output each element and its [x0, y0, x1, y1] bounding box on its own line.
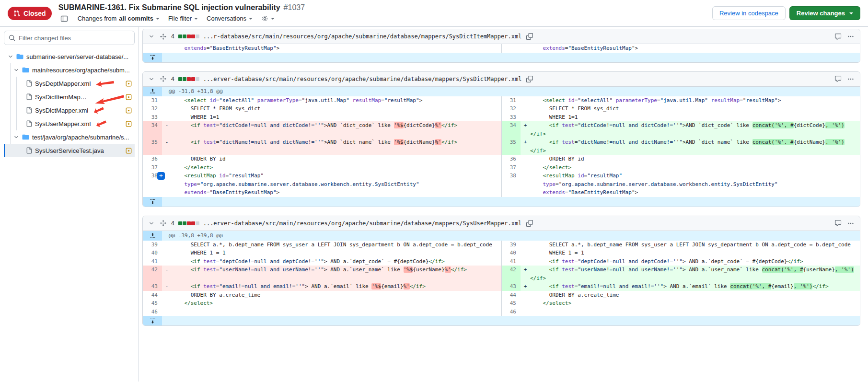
line-number-old[interactable]: 43	[143, 282, 162, 291]
changes-count: 4	[171, 76, 174, 82]
expand-row-fill	[162, 53, 860, 62]
code-cell-new: </select>	[530, 299, 860, 308]
file-icon	[26, 147, 32, 154]
file-path[interactable]: ...erver-database/src/main/resources/org…	[203, 76, 522, 82]
line-number-old[interactable]: 36	[143, 155, 162, 163]
chevron-down-icon[interactable]	[8, 54, 13, 59]
line-number-old[interactable]: 44	[143, 291, 162, 300]
kebab-menu-icon[interactable]	[846, 75, 855, 83]
line-number-old[interactable]: 45	[143, 299, 162, 308]
file-tree-file[interactable]: SysDictMapper.xml	[4, 104, 135, 117]
filter-files-input[interactable]	[19, 35, 130, 42]
line-number-new[interactable]: 46	[501, 308, 521, 316]
line-number-new[interactable]: 32	[501, 104, 521, 113]
drag-handle-icon[interactable]	[159, 75, 167, 83]
line-number-new[interactable]: 37	[501, 163, 521, 172]
file-tree-folder[interactable]: submarine-server/server-database/...	[4, 50, 135, 63]
expand-up-button[interactable]	[143, 231, 162, 241]
line-number-old[interactable]: 46	[143, 308, 162, 316]
changes-count: 4	[171, 33, 174, 40]
comment-toggle-icon[interactable]	[833, 32, 843, 41]
chevron-down-icon[interactable]	[13, 67, 19, 73]
file-filter-label: File filter	[168, 15, 192, 22]
line-number-new[interactable]: 35	[501, 138, 521, 155]
code-line: <if test="dictCode!=null and dictCode!='…	[530, 121, 857, 138]
code-cell-old: <select id="selectAll" parameterType="ja…	[172, 96, 501, 105]
collapse-file-icon[interactable]	[148, 75, 155, 83]
line-number-old[interactable]: 37	[143, 163, 162, 172]
header-actions: Review in codespace Review changes	[712, 6, 860, 20]
code-line: ORDER BY a.create_time	[172, 291, 498, 300]
conversations-dropdown[interactable]: Conversations	[207, 15, 253, 22]
line-number-new[interactable]: 34	[501, 121, 521, 138]
diff-sign-new	[521, 163, 530, 172]
line-number-new[interactable]: 43	[501, 282, 521, 291]
copy-path-icon[interactable]	[525, 219, 534, 228]
file-tree-folder[interactable]: test/java/org/apache/submarine/s...	[4, 130, 135, 144]
changes-from-dropdown[interactable]: Changes from all commits	[78, 15, 160, 22]
expand-down-button[interactable]	[143, 53, 162, 62]
line-number-old[interactable]: 39	[143, 241, 162, 249]
file-tree-folder[interactable]: main/resources/org/apache/subm...	[4, 63, 135, 77]
file-tree-file[interactable]: SysUserMapper.xml	[4, 117, 135, 130]
file-tree-file[interactable]: SysUserServiceTest.java	[4, 144, 135, 157]
diff-sign-new: +	[521, 121, 530, 138]
line-number-new[interactable]: 36	[501, 155, 521, 163]
line-number-old[interactable]: 40	[143, 249, 162, 257]
line-number-old[interactable]	[143, 44, 162, 53]
review-in-codespace-button[interactable]: Review in codespace	[712, 6, 786, 20]
review-changes-button[interactable]: Review changes	[789, 6, 860, 20]
chevron-down-icon[interactable]	[13, 134, 19, 140]
comment-toggle-icon[interactable]	[833, 74, 843, 83]
line-number-new[interactable]: 33	[501, 113, 521, 122]
copy-path-icon[interactable]	[525, 32, 534, 41]
diff-row: 46 46	[143, 308, 860, 316]
code-cell-new: <if test="dictCode!=null and dictCode!='…	[530, 121, 860, 138]
line-number-old[interactable]: 31	[143, 96, 162, 105]
line-number-old[interactable]: 41	[143, 257, 162, 266]
diff-row: 36 ORDER BY id36 ORDER BY id	[143, 155, 860, 163]
line-number-old[interactable]: 42	[143, 266, 162, 282]
drag-handle-icon[interactable]	[159, 219, 167, 227]
file-path[interactable]: ...r-database/src/main/resources/org/apa…	[203, 33, 522, 40]
expand-down-button[interactable]	[143, 316, 162, 325]
collapse-file-icon[interactable]	[148, 33, 155, 40]
line-number-new[interactable]: 41	[501, 257, 521, 266]
line-number-new[interactable]: 31	[501, 96, 521, 105]
expand-row	[143, 53, 860, 62]
file-filter-dropdown[interactable]: File filter	[168, 15, 198, 22]
diff-settings-dropdown[interactable]	[261, 15, 275, 22]
line-number-new[interactable]: 45	[501, 299, 521, 308]
line-number-new[interactable]: 40	[501, 249, 521, 257]
drag-handle-icon[interactable]	[159, 33, 167, 41]
diff-row: 32 SELECT * FROM sys_dict32 SELECT * FRO…	[143, 104, 860, 113]
line-number-new[interactable]: 38	[501, 172, 521, 197]
add-comment-button[interactable]: +	[157, 172, 165, 180]
collapse-file-icon[interactable]	[148, 220, 155, 227]
expand-up-button[interactable]	[143, 87, 162, 96]
line-number-old[interactable]: 33	[143, 113, 162, 122]
file-name: SysUserMapper.xml	[35, 120, 91, 127]
filter-files-box	[4, 31, 135, 45]
file-tree-file[interactable]: SysDeptMapper.xml	[4, 77, 135, 90]
code-line: <select id="selectAll" parameterType="ja…	[172, 96, 498, 105]
comment-toggle-icon[interactable]	[833, 219, 843, 228]
file-path[interactable]: ...erver-database/src/main/resources/org…	[203, 220, 522, 227]
file-tree-toggle-icon[interactable]	[59, 14, 69, 23]
line-number-old[interactable]: 34	[143, 121, 162, 138]
line-number-new[interactable]: 39	[501, 241, 521, 249]
line-number-new[interactable]	[501, 44, 521, 53]
line-number-old[interactable]: 35	[143, 138, 162, 155]
kebab-menu-icon[interactable]	[846, 219, 855, 228]
line-number-old[interactable]: 32	[143, 104, 162, 113]
diff-sign-old	[162, 155, 172, 163]
expand-down-button[interactable]	[143, 197, 162, 207]
code-cell-new: extends="BaseEntityResultMap">	[530, 44, 860, 53]
diff-row: 43- <if test="email!=null and email!=''"…	[143, 282, 860, 291]
copy-path-icon[interactable]	[525, 75, 534, 83]
file-tree-file[interactable]: SysDictItemMapper.xml	[4, 90, 135, 104]
line-number-new[interactable]: 42	[501, 266, 521, 282]
kebab-menu-icon[interactable]	[846, 32, 855, 41]
code-cell-new: <resultMap id="resultMap" type="org.apac…	[530, 172, 860, 197]
line-number-new[interactable]: 44	[501, 291, 521, 300]
